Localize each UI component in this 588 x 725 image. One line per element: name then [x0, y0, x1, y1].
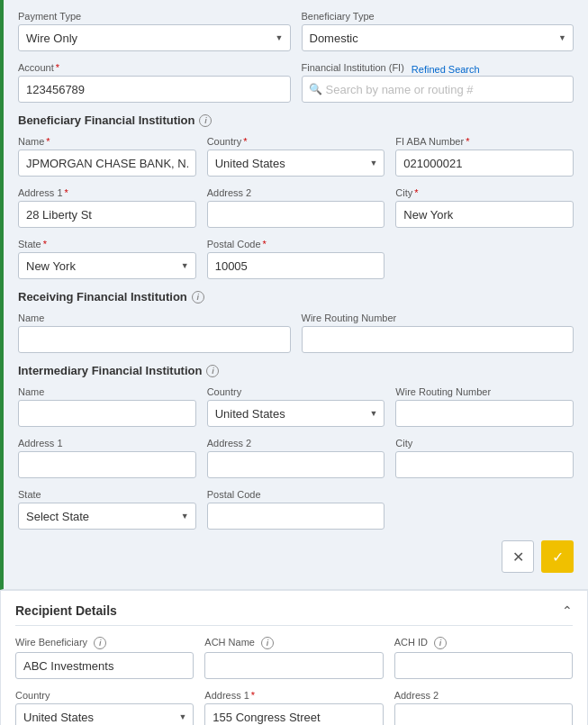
ifi-addr1-label: Address 1 — [18, 438, 196, 449]
rfi-wire-group: Wire Routing Number — [302, 313, 574, 353]
bfi-state-label: State* — [18, 239, 196, 249]
ifi-addr1-input[interactable] — [18, 451, 196, 478]
ach-name-group: ACH Name i — [204, 637, 383, 679]
bfi-aba-group: FI ABA Number* 021000021 — [395, 136, 574, 177]
ifi-addr2-group: Address 2 — [207, 438, 385, 478]
account-label: Account* — [18, 62, 291, 73]
payment-type-select[interactable]: Wire Only — [18, 24, 291, 51]
rfi-name-label: Name — [18, 313, 291, 323]
fi-group: Financial Institution (FI) Refined Searc… — [302, 62, 574, 103]
recipient-details-section: Recipient Details ⌃ Wire Beneficiary i A… — [0, 590, 588, 725]
recipient-details-header: Recipient Details ⌃ — [15, 603, 573, 626]
bfi-addr1-group: Address 1* 28 Liberty St — [18, 187, 196, 228]
payment-type-label: Payment Type — [18, 11, 291, 22]
rfi-wire-input[interactable] — [302, 326, 574, 353]
action-buttons: ✕ ✓ — [18, 540, 574, 576]
bfi-state-select[interactable]: New York — [18, 252, 196, 279]
bfi-city-group: City* New York — [395, 187, 574, 228]
ach-name-input[interactable] — [204, 652, 383, 679]
bfi-city-input[interactable]: New York — [395, 201, 574, 228]
bfi-addr1-label: Address 1* — [18, 187, 196, 198]
rfi-wire-label: Wire Routing Number — [302, 313, 574, 323]
bfi-addr2-label: Address 2 — [207, 187, 385, 198]
bfi-addr1-input[interactable]: 28 Liberty St — [18, 201, 196, 228]
rd-country-label: Country — [15, 690, 194, 701]
bfi-country-select[interactable]: United States — [207, 150, 385, 177]
rfi-name-input[interactable] — [18, 326, 291, 353]
ach-id-input[interactable] — [394, 652, 573, 679]
rfi-name-group: Name — [18, 313, 291, 353]
ifi-addr2-input[interactable] — [207, 451, 385, 478]
bfi-name-label: Name* — [18, 136, 196, 147]
account-input[interactable]: 123456789 — [18, 76, 291, 103]
intermediary-fi-info-icon[interactable]: i — [206, 365, 219, 377]
ifi-wire-label: Wire Routing Number — [395, 386, 574, 397]
rd-addr1-label: Address 1* — [204, 690, 383, 701]
ifi-addr1-group: Address 1 — [18, 438, 196, 478]
wire-beneficiary-info-icon[interactable]: i — [94, 637, 106, 649]
wire-beneficiary-group: Wire Beneficiary i ABC Investments — [15, 637, 194, 679]
wire-beneficiary-input[interactable]: ABC Investments — [15, 652, 194, 679]
rd-country-select[interactable]: United States — [15, 703, 194, 725]
recipient-details-title: Recipient Details — [15, 603, 117, 618]
bfi-postal-group: Postal Code* 10005 — [207, 239, 385, 279]
account-group: Account* 123456789 — [18, 62, 291, 103]
bfi-country-label: Country* — [207, 136, 385, 147]
ifi-city-group: City — [395, 438, 574, 478]
search-icon: 🔍 — [309, 83, 322, 95]
ifi-state-group: State Select State — [18, 489, 196, 530]
refined-search-link[interactable]: Refined Search — [412, 64, 480, 75]
bfi-postal-input[interactable]: 10005 — [207, 252, 385, 279]
beneficiary-type-label: Beneficiary Type — [302, 11, 574, 22]
ifi-name-label: Name — [18, 386, 196, 397]
bfi-state-group: State* New York — [18, 239, 196, 279]
ach-id-group: ACH ID i — [394, 637, 573, 679]
ach-name-label: ACH Name i — [204, 637, 383, 649]
ifi-city-input[interactable] — [395, 451, 574, 478]
ifi-state-select[interactable]: Select State — [18, 503, 196, 530]
beneficiary-type-group: Beneficiary Type Domestic — [302, 11, 574, 51]
bfi-country-group: Country* United States — [207, 136, 385, 177]
rd-addr2-label: Address 2 — [394, 690, 573, 701]
receiving-fi-info-icon[interactable]: i — [192, 291, 204, 304]
ifi-country-select[interactable]: United States — [207, 400, 385, 427]
rd-addr1-input[interactable]: 155 Congress Street — [204, 703, 383, 725]
receiving-fi-title: Receiving Financial Institution i — [18, 290, 574, 304]
fi-search-input[interactable] — [302, 76, 574, 103]
bfi-city-label: City* — [395, 187, 574, 198]
ifi-name-input[interactable] — [18, 400, 196, 427]
ifi-name-group: Name — [18, 386, 196, 427]
bfi-aba-input[interactable]: 021000021 — [395, 150, 574, 177]
bfi-addr2-group: Address 2 — [207, 187, 385, 228]
ifi-addr2-label: Address 2 — [207, 438, 385, 449]
ifi-city-label: City — [395, 438, 574, 449]
beneficiary-fi-info-icon[interactable]: i — [199, 114, 212, 127]
beneficiary-fi-title: Beneficiary Financial Institution i — [18, 113, 574, 127]
fi-label: Financial Institution (FI) — [302, 62, 404, 73]
payment-type-group: Payment Type Wire Only — [18, 11, 291, 51]
bfi-name-input[interactable]: JPMORGAN CHASE BANK, N.A. — [18, 150, 196, 177]
rd-addr2-input[interactable] — [394, 703, 573, 725]
ifi-postal-input[interactable] — [207, 503, 385, 530]
bfi-postal-label: Postal Code* — [207, 239, 385, 249]
cancel-button[interactable]: ✕ — [502, 540, 534, 573]
bfi-name-group: Name* JPMORGAN CHASE BANK, N.A. — [18, 136, 196, 177]
ifi-wire-input[interactable] — [395, 400, 574, 427]
rd-addr1-group: Address 1* 155 Congress Street — [204, 690, 383, 725]
ach-name-info-icon[interactable]: i — [261, 637, 274, 649]
rd-country-group: Country United States — [15, 690, 194, 725]
ifi-country-label: Country — [207, 386, 385, 397]
recipient-details-collapse-icon[interactable]: ⌃ — [562, 603, 573, 618]
ifi-postal-group: Postal Code — [207, 489, 385, 530]
bfi-aba-label: FI ABA Number* — [395, 136, 574, 147]
ifi-wire-group: Wire Routing Number — [395, 386, 574, 427]
intermediary-fi-title: Intermediary Financial Institution i — [18, 364, 574, 377]
rd-addr2-group: Address 2 — [394, 690, 573, 725]
ifi-postal-label: Postal Code — [207, 489, 385, 500]
bfi-addr2-input[interactable] — [207, 201, 385, 228]
wire-beneficiary-label: Wire Beneficiary i — [15, 637, 194, 649]
ach-id-label: ACH ID i — [394, 637, 573, 649]
ach-id-info-icon[interactable]: i — [434, 637, 447, 649]
beneficiary-type-select[interactable]: Domestic — [302, 24, 574, 51]
confirm-button[interactable]: ✓ — [541, 540, 574, 573]
